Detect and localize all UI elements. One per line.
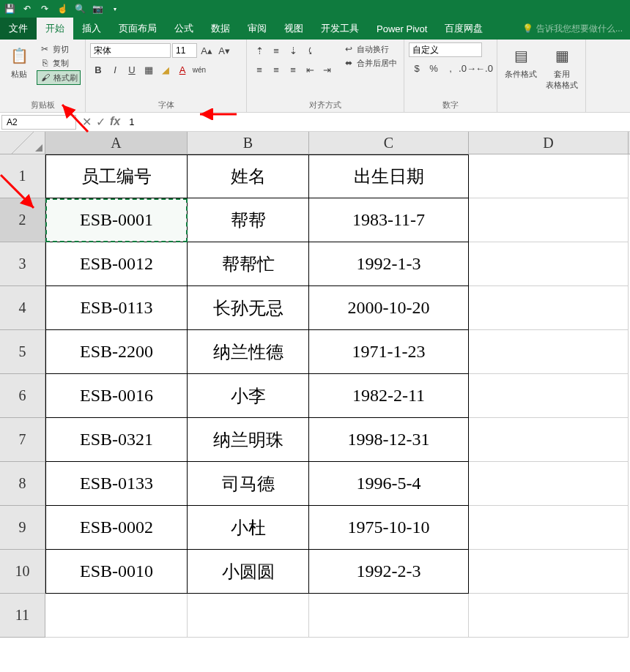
col-header-a[interactable]: A [45,132,188,154]
cell[interactable] [45,594,188,638]
cell[interactable] [469,418,629,462]
tab-view[interactable]: 视图 [275,18,312,40]
cell[interactable]: 1983-11-7 [309,198,469,242]
tab-developer[interactable]: 开发工具 [312,18,368,40]
cell[interactable]: 1982-2-11 [309,374,469,418]
row-header[interactable]: 2 [0,198,45,242]
cell[interactable]: ESB-0016 [45,374,188,418]
row-header[interactable]: 1 [0,154,45,198]
number-format-select[interactable] [409,42,482,57]
cell[interactable]: 姓名 [188,154,309,198]
cell[interactable]: 1996-5-4 [309,462,469,506]
currency-icon[interactable]: $ [409,60,425,76]
row-header[interactable]: 8 [0,462,45,506]
phonetic-button[interactable]: wén [191,61,207,78]
col-header-d[interactable]: D [469,132,629,154]
tab-power-pivot[interactable]: Power Pivot [368,18,436,40]
format-painter-button[interactable]: 🖌 格式刷 [37,70,81,85]
cell[interactable]: ESB-0321 [45,418,188,462]
cell[interactable]: 1975-10-10 [309,506,469,550]
format-as-table-button[interactable]: ▦ 套用 表格格式 [543,42,581,92]
cell[interactable]: 司马德 [188,462,309,506]
decrease-font-icon[interactable]: A▾ [216,42,232,59]
cell[interactable] [469,462,629,506]
fill-color-button[interactable]: ◢ [158,61,174,78]
print-preview-icon[interactable]: 🔍 [73,2,86,15]
underline-button[interactable]: U [124,61,140,78]
cell[interactable]: ESB-0001 [45,198,188,242]
cell[interactable]: 1971-1-23 [309,330,469,374]
cell[interactable]: 出生日期 [309,154,469,198]
font-size-select[interactable] [172,43,197,58]
orientation-icon[interactable]: ⤹ [302,42,318,59]
col-header-c[interactable]: C [309,132,469,154]
cell[interactable]: 帮帮 [188,198,309,242]
increase-decimal-icon[interactable]: .0→ [459,60,475,76]
cell[interactable] [469,594,629,638]
name-box[interactable] [1,115,76,130]
align-left-icon[interactable]: ≡ [251,61,267,78]
cancel-formula-icon[interactable]: ✕ [82,115,92,129]
align-center-icon[interactable]: ≡ [268,61,284,78]
cell[interactable]: 1998-12-31 [309,418,469,462]
wrap-text-button[interactable]: ↩ 自动换行 [341,42,399,56]
cell[interactable]: 小杜 [188,506,309,550]
cell[interactable]: 帮帮忙 [188,242,309,286]
cell[interactable]: ESB-2200 [45,330,188,374]
select-all-corner[interactable] [0,132,45,154]
formula-input[interactable] [125,115,630,129]
row-header[interactable]: 5 [0,330,45,374]
cell[interactable]: 长孙无忌 [188,286,309,330]
font-name-select[interactable] [90,43,171,58]
bold-button[interactable]: B [90,61,106,78]
copy-button[interactable]: ⎘ 复制 [37,56,81,70]
cell[interactable]: 员工编号 [45,154,188,198]
cell[interactable] [188,594,309,638]
align-bottom-icon[interactable]: ⇣ [285,42,301,59]
paste-button[interactable]: 📋 粘贴 [4,42,34,81]
cell[interactable] [469,374,629,418]
cell[interactable] [469,550,629,594]
percent-icon[interactable]: % [426,60,442,76]
cell[interactable] [469,506,629,550]
cell[interactable]: 1992-2-3 [309,550,469,594]
cell[interactable]: 小圆圆 [188,550,309,594]
cell[interactable] [469,242,629,286]
row-header[interactable]: 10 [0,550,45,594]
cell[interactable] [469,154,629,198]
row-header[interactable]: 11 [0,594,45,638]
cell[interactable]: 小李 [188,374,309,418]
cell[interactable]: ESB-0010 [45,550,188,594]
row-header[interactable]: 4 [0,286,45,330]
font-color-button[interactable]: A [174,61,190,78]
tab-data[interactable]: 数据 [202,18,239,40]
redo-icon[interactable]: ↷ [38,2,51,15]
align-middle-icon[interactable]: ≡ [268,42,284,59]
increase-indent-icon[interactable]: ⇥ [319,61,335,78]
borders-button[interactable]: ▦ [141,61,157,78]
qat-customize-icon[interactable]: ▾ [108,2,122,15]
tab-baidu[interactable]: 百度网盘 [436,18,492,40]
italic-button[interactable]: I [107,61,123,78]
row-header[interactable]: 3 [0,242,45,286]
align-right-icon[interactable]: ≡ [285,61,301,78]
row-header[interactable]: 9 [0,506,45,550]
merge-center-button[interactable]: ⬌ 合并后居中 [341,56,399,70]
tab-formulas[interactable]: 公式 [166,18,202,40]
comma-icon[interactable]: , [442,60,459,76]
save-icon[interactable]: 💾 [3,2,16,15]
cell[interactable]: 纳兰性德 [188,330,309,374]
increase-font-icon[interactable]: A▴ [199,42,215,59]
cell[interactable]: 纳兰明珠 [188,418,309,462]
undo-icon[interactable]: ↶ [21,2,34,15]
camera-icon[interactable]: 📷 [91,2,104,15]
insert-function-icon[interactable]: fx [110,115,120,129]
tab-insert[interactable]: 插入 [73,18,110,40]
enter-formula-icon[interactable]: ✓ [96,115,105,129]
cell[interactable]: 1992-1-3 [309,242,469,286]
tell-me-search[interactable]: 💡 告诉我您想要做什么... [515,18,630,40]
cell[interactable]: ESB-0002 [45,506,188,550]
touch-mode-icon[interactable]: ☝ [56,2,69,15]
cell[interactable]: ESB-0012 [45,242,188,286]
decrease-decimal-icon[interactable]: ←.0 [476,60,492,76]
